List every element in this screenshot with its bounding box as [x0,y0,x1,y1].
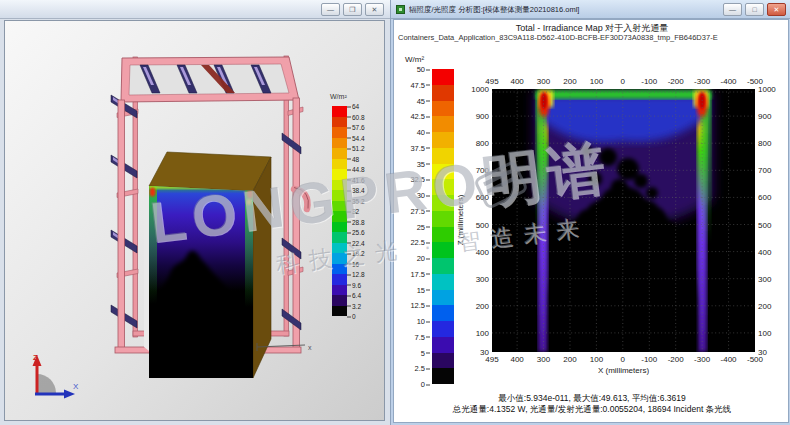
colorbar-segment [432,321,454,337]
axis-tick-label: 200 [758,301,789,310]
colorbar-segment [432,274,454,290]
colorbar-tick-label: 50 [402,65,430,74]
x-axis-triad-label: X [73,382,79,391]
axis-tick-label: 700 [758,166,789,175]
colorbar-tick-label: 48 [347,155,359,162]
colorbar-segment [332,285,347,296]
colorbar-segment [332,106,347,117]
colorbar-unit-label: W/m² [330,93,347,100]
restore-button[interactable]: ❐ [343,3,362,16]
z-axis-ticks-right: 100090080070060050040030020010030 [758,89,789,352]
minimize-button[interactable]: — [321,3,340,16]
app-screen: — ❐ ✕ [0,0,790,425]
colorbar-tick-label: 12.8 [347,271,365,278]
colorbar-segment [432,101,454,117]
axis-tick-label: 400 [758,247,789,256]
colorbar-segment [332,190,347,201]
axis-tick-label: -300 [694,355,710,364]
axis-tick-label: 100 [455,329,489,338]
close-button[interactable]: ✕ [365,3,384,16]
chart-subtitle: Containers_Data_Application_83C9A118-D56… [398,33,789,42]
axis-tick-label: -500 [747,355,763,364]
colorbar-tick-label: 42.5 [402,112,430,121]
colorbar-tick-label: 9.6 [347,281,361,288]
colorbar-tick-label: 25 [402,222,430,231]
box-top-face [149,152,271,191]
axis-tick-label: -100 [641,355,657,364]
colorbar-tick-label: 20 [402,254,430,263]
colorbar-tick-label: 2.5 [402,364,430,373]
colorbar-tick-label: 19.2 [347,250,365,257]
close-button[interactable]: ✕ [767,3,786,16]
colorbar-segment [432,132,454,148]
axis-tick-label: 500 [758,220,789,229]
colorbar-segment [332,295,347,306]
colorbar-tick-label: 37.5 [402,143,430,152]
colorbar-unit-label: W/m² [405,55,424,64]
irradiance-map-content: Total - Irradiance Map 对于入射光通量 Container… [393,19,789,423]
triad-sector [37,374,56,393]
colorbar-tick-label: 44.8 [347,166,365,173]
colorbar-segment [332,253,347,264]
x-axis-ticks-top: 4954003002001000-100-200-300-400-500 [394,77,789,87]
colorbar-tick-label: 32 [347,208,359,215]
axis-tick-label: -100 [641,77,657,86]
axis-tick-label: -200 [668,77,684,86]
colorbar-tick-label: 30 [402,191,430,200]
colorbar-segment [432,148,454,164]
colorbar-tick-label: 35.2 [347,197,365,204]
colorbar-tick-label: 22.5 [402,238,430,247]
left-window-titlebar[interactable]: — ❐ ✕ [0,0,390,19]
irradiance-map-window: 辐照度/光照度 分析图:[模体整体测量20210816.oml] — □ ✕ T… [390,0,790,425]
left-colorbar: W/m² 6460.857.654.451.24844.841.638.435.… [325,93,383,333]
colorbar-tick-label: 22.4 [347,239,365,246]
axis-tick-label: 400 [455,247,489,256]
colorbar-tick-label: 57.6 [347,124,365,131]
box-right-face [253,157,271,378]
axis-tick-label: 0 [621,355,625,364]
colorbar-segment [332,148,347,159]
axis-tick-label: 800 [455,139,489,148]
3d-viewport[interactable]: x W/m² 6460.857.654.451.24844.841.638.43… [4,20,385,421]
axis-tick-label: 1000 [758,85,789,94]
colorbar-segment [332,117,347,128]
colorbar-tick-label: 0 [402,380,430,389]
colorbar-segment [432,85,454,101]
colorbar-tick-label: 15 [402,285,430,294]
colorbar-tick-label: 0 [347,313,356,320]
axis-triad: Z X [27,349,81,403]
colorbar-segment [332,159,347,170]
irradiance-window-titlebar[interactable]: 辐照度/光照度 分析图:[模体整体测量20210816.oml] — □ ✕ [391,0,790,19]
colorbar-segment [332,127,347,138]
maximize-button[interactable]: □ [745,3,764,16]
colorbar-tick-label: 28.8 [347,218,365,225]
axis-tick-label: 495 [485,355,498,364]
colorbar-ticks: 5047.54542.54037.53532.53027.52522.52017… [402,69,430,384]
stats-line-2: 总光通量:4.1352 W, 光通量/发射光通量:0.0055204, 1869… [414,404,770,416]
colorbar-segment [432,242,454,258]
colorbar-tick-label: 64 [347,103,359,110]
axis-tick-label: 100 [590,355,603,364]
colorbar-segment [332,274,347,285]
window-buttons: — □ ✕ [723,3,786,16]
colorbar-tick-label: 3.2 [347,302,361,309]
colorbar-tick-label: 10 [402,317,430,326]
window-app-icon [396,5,405,14]
colorbar-segment [332,169,347,180]
heatmap-canvas [492,89,755,352]
colorbar-segment [432,258,454,274]
colorbar-segment [332,201,347,212]
box-front-irradiance [149,181,253,381]
right-colorbar: 5047.54542.54037.53532.53027.52522.52017… [402,69,456,384]
heatmap-plot[interactable] [492,89,755,352]
x-axis-label: X (millimeters) [492,366,755,375]
left-window-buttons: — ❐ ✕ [321,3,384,16]
axis-tick-label: 700 [455,166,489,175]
colorbar-segment [432,116,454,132]
colorbar-segment [432,211,454,227]
axis-tick-label: 400 [510,77,523,86]
minimize-button[interactable]: — [723,3,742,16]
colorbar-segment [332,306,347,317]
axis-tick-label: 600 [758,193,789,202]
colorbar-tick-label: 25.6 [347,229,365,236]
